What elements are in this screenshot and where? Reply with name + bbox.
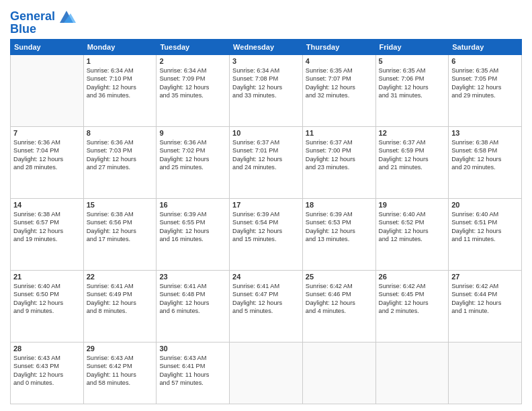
day-number: 17 (232, 201, 300, 209)
calendar-cell: 23Sunrise: 6:41 AM Sunset: 6:48 PM Dayli… (157, 270, 230, 342)
calendar-cell: 10Sunrise: 6:37 AM Sunset: 7:01 PM Dayli… (230, 126, 303, 198)
day-number: 27 (451, 273, 519, 281)
calendar-cell: 2Sunrise: 6:34 AM Sunset: 7:09 PM Daylig… (157, 54, 230, 126)
cell-info: Sunrise: 6:43 AM Sunset: 6:42 PM Dayligh… (87, 354, 154, 387)
cell-info: Sunrise: 6:37 AM Sunset: 7:01 PM Dayligh… (232, 138, 300, 172)
logo-text: General (10, 10, 55, 24)
cell-info: Sunrise: 6:40 AM Sunset: 6:51 PM Dayligh… (451, 210, 519, 244)
calendar-cell: 1Sunrise: 6:34 AM Sunset: 7:10 PM Daylig… (83, 54, 157, 126)
calendar-cell: 29Sunrise: 6:43 AM Sunset: 6:42 PM Dayli… (83, 342, 157, 404)
cell-info: Sunrise: 6:34 AM Sunset: 7:08 PM Dayligh… (232, 66, 300, 100)
cell-info: Sunrise: 6:38 AM Sunset: 6:56 PM Dayligh… (87, 210, 154, 244)
cell-info: Sunrise: 6:37 AM Sunset: 7:00 PM Dayligh… (306, 138, 373, 172)
calendar-cell: 25Sunrise: 6:42 AM Sunset: 6:46 PM Dayli… (302, 270, 375, 342)
day-number: 4 (306, 57, 373, 65)
day-number: 24 (232, 273, 300, 281)
cell-info: Sunrise: 6:35 AM Sunset: 7:05 PM Dayligh… (451, 66, 519, 100)
logo-line2: Blue (10, 23, 76, 36)
cell-info: Sunrise: 6:40 AM Sunset: 6:52 PM Dayligh… (379, 210, 446, 244)
calendar-cell: 17Sunrise: 6:39 AM Sunset: 6:54 PM Dayli… (230, 198, 303, 270)
day-number: 30 (159, 345, 226, 353)
cell-info: Sunrise: 6:39 AM Sunset: 6:54 PM Dayligh… (232, 210, 300, 244)
cell-info: Sunrise: 6:41 AM Sunset: 6:48 PM Dayligh… (159, 282, 226, 316)
calendar-day-header: Sunday (11, 39, 84, 54)
calendar-cell: 21Sunrise: 6:40 AM Sunset: 6:50 PM Dayli… (11, 270, 84, 342)
calendar-cell: 13Sunrise: 6:38 AM Sunset: 6:58 PM Dayli… (449, 126, 522, 198)
calendar-cell: 7Sunrise: 6:36 AM Sunset: 7:04 PM Daylig… (11, 126, 84, 198)
calendar-day-header: Monday (83, 39, 157, 54)
calendar-cell: 22Sunrise: 6:41 AM Sunset: 6:49 PM Dayli… (83, 270, 157, 342)
day-number: 26 (379, 273, 446, 281)
header: General Blue (10, 7, 522, 36)
cell-info: Sunrise: 6:36 AM Sunset: 7:03 PM Dayligh… (87, 138, 154, 172)
logo: General Blue (10, 9, 76, 36)
cell-info: Sunrise: 6:42 AM Sunset: 6:44 PM Dayligh… (451, 282, 519, 316)
day-number: 11 (306, 129, 373, 137)
calendar-day-header: Saturday (449, 39, 522, 54)
calendar-cell (230, 342, 303, 404)
day-number: 14 (13, 201, 81, 209)
calendar-day-header: Thursday (302, 39, 375, 54)
day-number: 8 (87, 129, 154, 137)
day-number: 15 (87, 201, 154, 209)
page: General Blue SundayMondayTuesdayWednesda… (0, 0, 532, 411)
calendar-cell: 26Sunrise: 6:42 AM Sunset: 6:45 PM Dayli… (375, 270, 449, 342)
calendar-cell: 4Sunrise: 6:35 AM Sunset: 7:07 PM Daylig… (302, 54, 375, 126)
calendar-cell: 11Sunrise: 6:37 AM Sunset: 7:00 PM Dayli… (302, 126, 375, 198)
calendar-cell: 24Sunrise: 6:41 AM Sunset: 6:47 PM Dayli… (230, 270, 303, 342)
cell-info: Sunrise: 6:35 AM Sunset: 7:06 PM Dayligh… (379, 66, 446, 100)
cell-info: Sunrise: 6:38 AM Sunset: 6:58 PM Dayligh… (451, 138, 519, 172)
calendar-day-header: Tuesday (157, 39, 230, 54)
cell-info: Sunrise: 6:42 AM Sunset: 6:46 PM Dayligh… (306, 282, 373, 316)
calendar-cell (375, 342, 449, 404)
calendar-cell: 9Sunrise: 6:36 AM Sunset: 7:02 PM Daylig… (157, 126, 230, 198)
cell-info: Sunrise: 6:34 AM Sunset: 7:09 PM Dayligh… (159, 66, 226, 100)
day-number: 3 (232, 57, 300, 65)
day-number: 18 (306, 201, 373, 209)
cell-info: Sunrise: 6:36 AM Sunset: 7:02 PM Dayligh… (159, 138, 226, 172)
cell-info: Sunrise: 6:41 AM Sunset: 6:49 PM Dayligh… (87, 282, 154, 316)
cell-info: Sunrise: 6:38 AM Sunset: 6:57 PM Dayligh… (13, 210, 81, 244)
day-number: 6 (451, 57, 519, 65)
day-number: 25 (306, 273, 373, 281)
calendar-cell: 28Sunrise: 6:43 AM Sunset: 6:43 PM Dayli… (11, 342, 84, 404)
calendar-cell: 12Sunrise: 6:37 AM Sunset: 6:59 PM Dayli… (375, 126, 449, 198)
calendar-cell: 15Sunrise: 6:38 AM Sunset: 6:56 PM Dayli… (83, 198, 157, 270)
calendar-day-header: Wednesday (230, 39, 303, 54)
calendar-cell (302, 342, 375, 404)
calendar-cell: 19Sunrise: 6:40 AM Sunset: 6:52 PM Dayli… (375, 198, 449, 270)
day-number: 22 (87, 273, 154, 281)
calendar-cell: 3Sunrise: 6:34 AM Sunset: 7:08 PM Daylig… (230, 54, 303, 126)
day-number: 23 (159, 273, 226, 281)
day-number: 29 (87, 345, 154, 353)
calendar-table: SundayMondayTuesdayWednesdayThursdayFrid… (10, 39, 522, 404)
day-number: 9 (159, 129, 226, 137)
cell-info: Sunrise: 6:41 AM Sunset: 6:47 PM Dayligh… (232, 282, 300, 316)
day-number: 12 (379, 129, 446, 137)
day-number: 13 (451, 129, 519, 137)
calendar-cell (449, 342, 522, 404)
calendar-day-header: Friday (375, 39, 449, 54)
calendar-cell: 6Sunrise: 6:35 AM Sunset: 7:05 PM Daylig… (449, 54, 522, 126)
day-number: 7 (13, 129, 81, 137)
calendar-cell: 30Sunrise: 6:43 AM Sunset: 6:41 PM Dayli… (157, 342, 230, 404)
day-number: 10 (232, 129, 300, 137)
day-number: 19 (379, 201, 446, 209)
day-number: 21 (13, 273, 81, 281)
calendar-cell (11, 54, 84, 126)
cell-info: Sunrise: 6:40 AM Sunset: 6:50 PM Dayligh… (13, 282, 81, 316)
calendar-cell: 16Sunrise: 6:39 AM Sunset: 6:55 PM Dayli… (157, 198, 230, 270)
cell-info: Sunrise: 6:36 AM Sunset: 7:04 PM Dayligh… (13, 138, 81, 172)
day-number: 5 (379, 57, 446, 65)
cell-info: Sunrise: 6:43 AM Sunset: 6:43 PM Dayligh… (13, 354, 81, 387)
calendar-cell: 8Sunrise: 6:36 AM Sunset: 7:03 PM Daylig… (83, 126, 157, 198)
day-number: 28 (13, 345, 81, 353)
cell-info: Sunrise: 6:35 AM Sunset: 7:07 PM Dayligh… (306, 66, 373, 100)
cell-info: Sunrise: 6:39 AM Sunset: 6:53 PM Dayligh… (306, 210, 373, 244)
calendar-cell: 27Sunrise: 6:42 AM Sunset: 6:44 PM Dayli… (449, 270, 522, 342)
cell-info: Sunrise: 6:37 AM Sunset: 6:59 PM Dayligh… (379, 138, 446, 172)
day-number: 1 (87, 57, 154, 65)
cell-info: Sunrise: 6:42 AM Sunset: 6:45 PM Dayligh… (379, 282, 446, 316)
calendar-cell: 5Sunrise: 6:35 AM Sunset: 7:06 PM Daylig… (375, 54, 449, 126)
calendar-cell: 18Sunrise: 6:39 AM Sunset: 6:53 PM Dayli… (302, 198, 375, 270)
